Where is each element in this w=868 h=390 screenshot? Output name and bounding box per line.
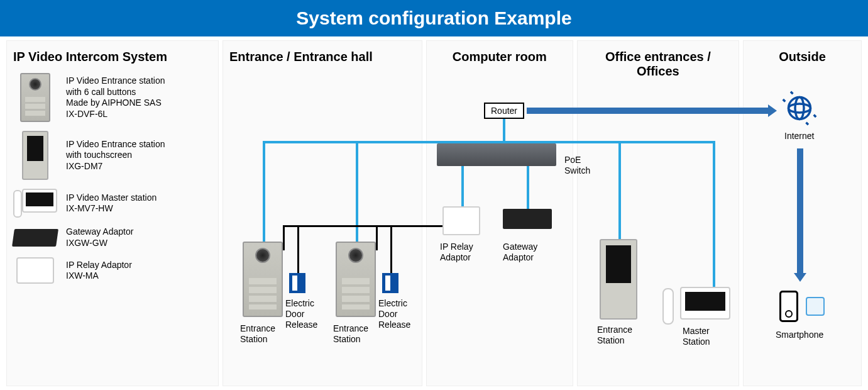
smartphone-label: Smartphone bbox=[776, 330, 823, 340]
entrance-station-2-label: Entrance Station bbox=[333, 323, 368, 345]
svg-point-1 bbox=[789, 104, 811, 113]
relay-wire bbox=[283, 225, 442, 227]
relay-wire bbox=[376, 225, 378, 250]
product-ixg-dm7: IP Video Entrance station with touchscre… bbox=[13, 131, 212, 180]
net-line bbox=[503, 119, 505, 143]
net-line bbox=[618, 141, 621, 239]
door-release-1-label: Electric Door Release bbox=[285, 298, 317, 330]
master-station-icon bbox=[13, 189, 57, 218]
arrow-router-to-internet bbox=[527, 108, 769, 114]
net-line bbox=[461, 166, 464, 206]
product-ix-dvf-6l: IP Video Entrance station with 6 call bu… bbox=[13, 73, 212, 122]
office-master-station-label: Master Station bbox=[683, 326, 710, 347]
product-desc: IP Video Entrance station with 6 call bu… bbox=[66, 75, 165, 120]
svg-point-2 bbox=[795, 98, 804, 120]
col-intercom-system: IP Video Intercom System IP Video Entran… bbox=[6, 40, 219, 386]
gateway-adaptor-node bbox=[503, 209, 552, 229]
relay-wire bbox=[390, 225, 392, 273]
door-release-2-icon bbox=[382, 273, 398, 293]
columns-container: IP Video Intercom System IP Video Entran… bbox=[0, 36, 868, 390]
product-ixgw-gw: Gateway Adaptor IXGW-GW bbox=[13, 226, 212, 248]
entrance-station-1-label: Entrance Station bbox=[240, 323, 275, 345]
col1-heading: IP Video Intercom System bbox=[13, 50, 212, 64]
smartphone-icon bbox=[779, 291, 798, 322]
office-master-station-node bbox=[662, 287, 730, 322]
relay-adaptor-icon bbox=[16, 257, 54, 284]
col5-heading: Outside bbox=[750, 50, 855, 64]
net-line bbox=[713, 141, 715, 287]
net-line bbox=[527, 166, 529, 209]
net-line bbox=[263, 141, 265, 242]
entrance-station-1-node bbox=[243, 242, 283, 317]
gateway-adaptor-label: Gateway Adaptor bbox=[503, 242, 537, 263]
entrance-station-6btn-icon bbox=[20, 73, 50, 122]
entrance-station-2-node bbox=[336, 242, 376, 317]
poe-switch-node bbox=[437, 143, 556, 166]
poe-switch-label: PoE Switch bbox=[564, 155, 590, 176]
product-ix-mv7-hw: IP Video Master station IX-MV7-HW bbox=[13, 189, 212, 218]
app-icon bbox=[806, 297, 825, 316]
col2-heading: Entrance / Entrance hall bbox=[229, 50, 415, 64]
internet-label: Internet bbox=[784, 131, 814, 141]
gateway-adaptor-icon bbox=[12, 229, 58, 247]
entrance-station-touch-icon bbox=[22, 131, 48, 180]
page-title: System configuration Example bbox=[0, 0, 868, 36]
door-release-1-icon bbox=[289, 273, 305, 293]
ip-relay-adaptor-node bbox=[442, 206, 480, 235]
col3-heading: Computer room bbox=[433, 50, 566, 64]
router-node: Router bbox=[484, 103, 524, 119]
office-entrance-station-label: Entrance Station bbox=[597, 325, 632, 346]
office-entrance-station-node bbox=[600, 239, 637, 320]
product-ixw-ma: IP Relay Adaptor IXW-MA bbox=[13, 257, 212, 284]
internet-globe-icon bbox=[782, 91, 817, 126]
door-release-2-label: Electric Door Release bbox=[378, 298, 410, 330]
ip-relay-adaptor-label: IP Relay Adaptor bbox=[440, 242, 473, 263]
relay-wire bbox=[283, 225, 285, 250]
svg-point-0 bbox=[789, 98, 811, 120]
col4-heading: Office entrances / Offices bbox=[584, 50, 732, 79]
relay-wire bbox=[297, 225, 299, 273]
arrow-internet-to-phone bbox=[797, 148, 803, 274]
